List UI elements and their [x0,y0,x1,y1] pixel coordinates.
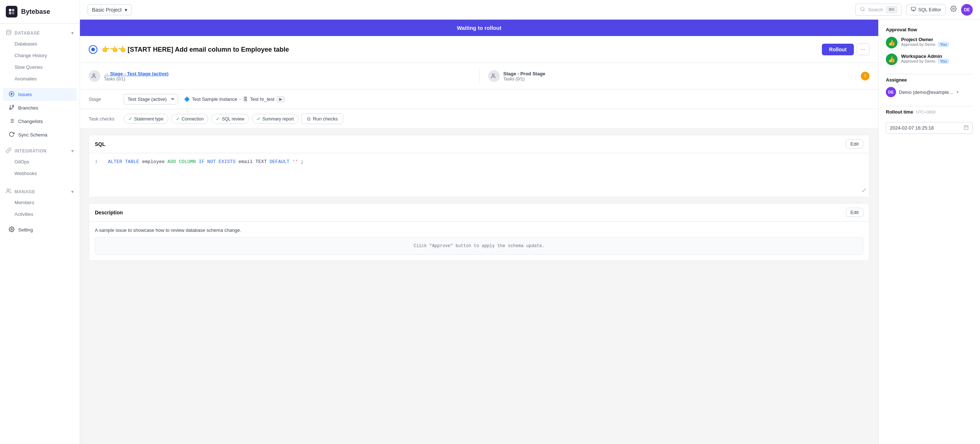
rollout-time-tz: UTC+0800 [916,110,935,114]
sidebar-item-sync-schema[interactable]: Sync Schema [3,128,77,141]
sql-keyword-default: DEFAULT [270,159,290,165]
you-badge-1: You [938,42,949,47]
stages-row: Stage - Test Stage (active) Tasks (0/1) … [80,63,878,89]
approved-by-label-1: Approved by [901,42,925,46]
main-content: Basic Project ▾ Search ⌘K SQL Editor [80,0,980,444]
stage-select[interactable]: Test Stage (active) Prod Stage [124,94,178,104]
svg-point-8 [12,105,14,107]
stage-test-tasks: Tasks (0/1) [104,77,470,81]
check-statement-type[interactable]: ✓ Statement type [124,114,168,124]
approval-item-1: 👍 Project Owner Approved by Demo You [886,37,973,48]
issue-title-row: 👉👈👈 [START HERE] Add email column to Emp… [89,45,289,54]
description-tip: Click "Approve" button to apply the sche… [95,237,863,255]
sidebar-section-integration: Integration ▾ GitOps Webhooks [0,142,80,182]
stage-prod-name[interactable]: Stage - Prod Stage [503,71,546,77]
panel-divider-2 [886,106,973,106]
check-icon-statement-type: ✓ [128,116,132,121]
more-options-button[interactable]: ⋯ [857,43,870,55]
chevron-down-icon-integration: ▾ [71,149,74,153]
branches-icon [9,104,14,111]
sidebar-item-slow-queries[interactable]: Slow Queries [3,62,77,73]
chevron-down-icon-manage: ▾ [71,189,74,194]
sidebar-group-integration[interactable]: Integration ▾ [0,144,80,156]
check-sql-review[interactable]: ✓ SQL review [211,114,249,124]
topbar-right: Search ⌘K SQL Editor DE [855,4,973,16]
settings-icon[interactable] [950,5,957,14]
rollout-time-title: Rollout time [886,109,913,115]
sidebar-item-changelists[interactable]: Changelists [3,115,77,128]
svg-rect-2 [9,12,12,14]
task-selector-row: Stage Test Stage (active) Prod Stage 🔷 T… [80,89,878,109]
breadcrumb-sep1: › [239,96,241,102]
description-section-header: Description Edit [89,203,869,222]
svg-rect-26 [964,126,968,129]
sidebar-item-issues[interactable]: Issues [3,88,77,101]
description-content: A sample issue to showcase how to review… [89,222,869,260]
sql-line-1: 1 ALTER TABLE employee ADD COLUMN IF NOT… [95,159,863,165]
app-name: Bytebase [21,8,50,16]
sidebar-item-databases[interactable]: Databases [3,38,77,50]
check-label-sql-review: SQL review [222,117,244,121]
project-selector[interactable]: Basic Project ▾ [87,4,132,15]
svg-point-16 [7,189,9,191]
issue-header: 👉👈👈 [START HERE] Add email column to Emp… [80,36,878,63]
approval-sub-1: Approved by Demo You [901,42,949,46]
sync-schema-icon [9,131,14,138]
sidebar-item-webhooks[interactable]: Webhooks [3,168,77,179]
check-summary-report[interactable]: ✓ Summary report [252,114,298,124]
stage-prod-tasks: Tasks (0/1) [503,77,546,81]
db-name: Test hr_test [250,96,274,102]
project-selector-chevron: ▾ [125,7,127,13]
stage-test-name[interactable]: Stage - Test Stage (active) [104,71,470,77]
check-connection[interactable]: ✓ Connection [171,114,208,124]
assignee-row[interactable]: DE Demo (demo@example… ▾ [886,87,973,97]
run-checks-button[interactable]: ⊙ Run checks [301,113,343,124]
svg-point-18 [861,7,864,11]
sidebar-item-members[interactable]: Members [3,197,77,208]
sql-expand-button[interactable]: ⤢ [862,187,866,194]
sql-edit-button[interactable]: Edit [846,139,863,149]
assignee-section: Assignee DE Demo (demo@example… ▾ [886,77,973,97]
sidebar-item-activities[interactable]: Activities [3,209,77,220]
approval-avatar-2: 👍 [886,53,897,65]
waiting-banner: Waiting to rollout [80,20,878,36]
sidebar-item-branches[interactable]: Branches [3,102,77,114]
user-avatar[interactable]: DE [961,4,973,16]
sql-editor: 1 ALTER TABLE employee ADD COLUMN IF NOT… [89,153,869,197]
sidebar-group-manage[interactable]: Manage ▾ [0,185,80,196]
sql-editor-button[interactable]: SQL Editor [906,4,946,15]
check-icon-summary-report: ✓ [257,116,261,121]
sidebar-item-change-history[interactable]: Change History [3,50,77,61]
db-icon: 🗄 [243,96,248,102]
svg-rect-3 [12,12,14,14]
rollout-time-input[interactable]: 2024-02-07 16:25:18 [886,122,973,134]
app-logo-icon [6,6,18,18]
approval-role-2: Workspace Admin [901,53,949,59]
task-checks-label: Task checks [89,116,118,121]
sql-section: SQL Edit 1 ALTER TABLE employee ADD COLU… [89,135,870,197]
sidebar-item-gitops[interactable]: GitOps [3,156,77,168]
stage-test: Stage - Test Stage (active) Tasks (0/1) [89,70,470,82]
svg-point-24 [93,74,94,76]
calendar-icon [964,125,969,131]
sidebar-item-setting[interactable]: Setting [3,224,77,236]
right-panel: Approval flow 👍 Project Owner Approved b… [878,20,980,444]
rollout-button[interactable]: Rollout [822,44,854,55]
description-edit-button[interactable]: Edit [846,208,863,217]
sidebar-item-anomalies[interactable]: Anomalies [3,73,77,85]
approval-info-1: Project Owner Approved by Demo You [901,37,949,46]
sql-editor-icon [911,6,916,13]
integration-icon [6,147,12,154]
sidebar-group-database[interactable]: Database ▾ [0,27,80,38]
manage-icon [6,188,12,195]
warning-badge: ! [861,72,870,80]
issues-icon [9,91,14,98]
rollout-time-value: 2024-02-07 16:25:18 [890,125,934,131]
panel-divider-1 [886,74,973,74]
svg-point-4 [6,30,11,31]
project-selector-label: Basic Project [92,7,122,13]
sidebar: Bytebase Database ▾ Databases Change His… [0,0,80,444]
search-bar[interactable]: Search ⌘K [855,4,902,16]
content-area: Waiting to rollout 👉👈👈 [START HERE] Add … [80,20,980,444]
stage-prod: Stage - Prod Stage Tasks (0/1) ! [488,70,870,82]
